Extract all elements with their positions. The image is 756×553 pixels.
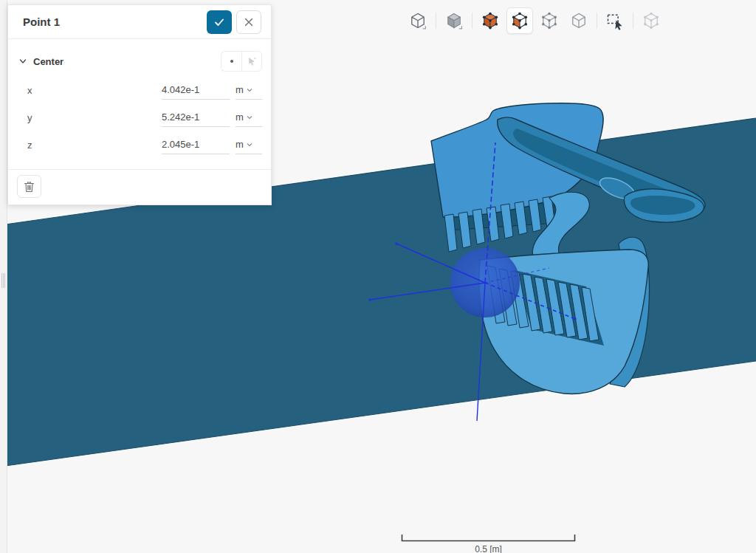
coordinate-label-x: x: [27, 85, 32, 96]
coordinate-row-x: x m: [8, 79, 271, 104]
chevron-down-icon: [247, 115, 252, 120]
coordinate-row-z: z m: [8, 134, 271, 159]
cube-shaded-icon: [444, 11, 464, 30]
coordinate-input-x[interactable]: [162, 82, 230, 100]
panel-footer: [8, 169, 271, 205]
unit-select-x[interactable]: m: [236, 82, 262, 100]
delete-point-button[interactable]: [17, 175, 41, 198]
toolbar-button-render-mode[interactable]: [441, 7, 467, 34]
pick-coordinates-button[interactable]: [221, 51, 241, 72]
toolbar-button-view-cube[interactable]: [405, 7, 431, 34]
coordinate-label-y: y: [27, 112, 32, 123]
toolbar-button-select-volumes[interactable]: [477, 7, 504, 34]
unit-select-y[interactable]: m: [236, 109, 262, 127]
toolbar-button-select-vertices[interactable]: [536, 7, 563, 34]
panel-title: Point 1: [23, 16, 207, 28]
cube-vertices-icon: [540, 11, 559, 30]
toolbar-button-select-bodies[interactable]: [566, 7, 592, 34]
trash-icon: [24, 181, 35, 193]
toolbar-separator: [472, 13, 472, 29]
check-icon: [213, 16, 225, 28]
x-icon: [244, 17, 254, 27]
coordinate-row-y: y m: [8, 106, 271, 131]
toolbar-separator: [633, 13, 633, 29]
toolbar-button-select-faces[interactable]: [506, 7, 533, 34]
unit-select-z[interactable]: m: [236, 137, 262, 154]
center-section-label: Center: [33, 56, 221, 67]
pick-cursor-icon: [247, 56, 257, 66]
close-button[interactable]: [236, 10, 261, 34]
cube-vertices-disabled-icon: [642, 11, 661, 30]
toolbar-separator: [436, 13, 436, 29]
toolbar-button-box-select[interactable]: [602, 7, 628, 34]
coordinate-input-z[interactable]: [162, 137, 230, 154]
chevron-down-icon: [247, 142, 252, 147]
toolbar-button-select-assembly: [638, 7, 664, 34]
panel-splitter-handle[interactable]: [1, 273, 2, 288]
chevron-down-icon: [19, 58, 27, 65]
confirm-button[interactable]: [207, 10, 232, 34]
center-section-header[interactable]: Center: [8, 48, 271, 75]
chevron-down-icon: [247, 88, 252, 92]
cube-outline-icon: [408, 11, 427, 30]
coordinate-input-y[interactable]: [162, 109, 230, 127]
panel-header: Point 1: [8, 5, 271, 39]
marquee-cursor-icon: [605, 11, 625, 30]
dot-icon: [230, 60, 233, 63]
view-toolbar: [405, 6, 664, 35]
coordinate-label-z: z: [27, 140, 32, 151]
cube-outline-plain-icon: [569, 11, 588, 30]
left-rail: [0, 0, 7, 553]
cube-orange-vertices-icon: [481, 11, 500, 30]
cube-orange-face-icon: [510, 11, 529, 30]
scale-bar-label: 0.5 [m]: [401, 544, 576, 553]
pick-on-model-button[interactable]: [241, 51, 262, 72]
point-properties-panel: Point 1 Center: [7, 4, 272, 205]
toolbar-separator: [597, 13, 597, 29]
point-definition-toggle: [221, 51, 262, 72]
